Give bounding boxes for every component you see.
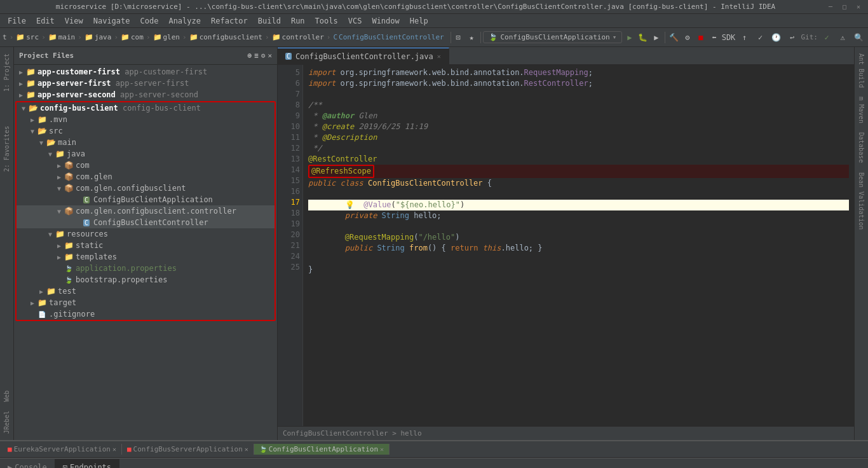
tree-item-com-glen-configbusclient[interactable]: ▼ 📦 com.glen.configbusclient xyxy=(17,182,275,194)
tree-item-target[interactable]: ▶ 📁 target xyxy=(17,297,275,308)
breadcrumb-src[interactable]: t xyxy=(3,33,7,41)
tree-arrow[interactable]: ▶ xyxy=(55,162,64,169)
tree-item-app-server-first[interactable]: ▶ 📁 app-server-first app-server-first xyxy=(14,78,277,89)
tree-item-com-glen[interactable]: ▶ 📦 com.glen xyxy=(17,171,275,182)
run-tab-server-close[interactable]: ✕ xyxy=(245,446,248,453)
menu-analyze[interactable]: Analyze xyxy=(163,15,206,27)
build-project-button[interactable]: 🔨 xyxy=(668,31,680,45)
tab-close-button[interactable]: ✕ xyxy=(437,53,441,60)
menu-navigate[interactable]: Navigate xyxy=(88,15,135,27)
tree-item-configbusclientapplication[interactable]: C ConfigBusClientApplication xyxy=(17,194,275,205)
tree-arrow[interactable]: ▶ xyxy=(28,116,37,123)
menu-refactor[interactable]: Refactor xyxy=(206,15,253,27)
tree-arrow[interactable]: ▼ xyxy=(37,139,46,146)
run-config-selector[interactable]: 🍃 ConfigBusClientApplication ▾ xyxy=(483,31,622,43)
minimize-button[interactable]: ─ xyxy=(826,3,835,11)
left-tab-jrebel[interactable]: JRebel xyxy=(1,407,12,437)
left-tab-web[interactable]: Web xyxy=(1,387,12,406)
tree-item-mvn[interactable]: ▶ 📁 .mvn xyxy=(17,114,275,125)
breadcrumb-src-label[interactable]: src xyxy=(26,33,39,41)
tree-arrow[interactable]: ▶ xyxy=(28,299,37,306)
tree-item-config-bus-client[interactable]: ▼ 📂 config-bus-client config-bus-client xyxy=(17,102,275,114)
editor-tab-main[interactable]: C ConfigBusClientController.java ✕ xyxy=(278,48,449,64)
right-tab-maven[interactable]: m Maven xyxy=(856,93,867,127)
tree-item-application-properties[interactable]: 🍃 application.properties xyxy=(17,263,275,274)
run-tab-client-close[interactable]: ✕ xyxy=(380,446,384,453)
menu-edit[interactable]: Edit xyxy=(31,15,60,27)
tree-item-static[interactable]: ▶ 📁 static xyxy=(17,240,275,251)
tree-item-src[interactable]: ▼ 📂 src xyxy=(17,125,275,137)
breadcrumb-com[interactable]: com xyxy=(131,33,144,41)
debug-button[interactable]: 🐛 xyxy=(637,31,649,45)
tree-arrow[interactable]: ▶ xyxy=(17,80,25,87)
maximize-button[interactable]: □ xyxy=(840,3,849,11)
tree-item-java[interactable]: ▼ 📁 java xyxy=(17,148,275,160)
tree-arrow[interactable]: ▼ xyxy=(46,151,55,158)
toolbar-bookmark[interactable]: ★ xyxy=(466,31,478,45)
bottom-close-button[interactable]: ✕ xyxy=(855,465,865,468)
search-everywhere[interactable]: 🔍 xyxy=(851,31,865,45)
coverage-button[interactable]: ▶ xyxy=(650,31,662,45)
close-sidebar-button[interactable]: ✕ xyxy=(268,52,272,60)
right-tab-ant-build[interactable]: Ant Build xyxy=(856,50,867,92)
tree-item-app-server-second[interactable]: ▶ 📁 app-server-second app-server-second xyxy=(14,89,277,100)
resume-button[interactable]: ⬅ xyxy=(708,31,720,45)
undo-button[interactable]: ↩ xyxy=(785,31,799,45)
bottom-tab-console[interactable]: ▶ Console xyxy=(0,459,55,468)
run-tab-eureka-close[interactable]: ✕ xyxy=(112,446,116,453)
bottom-tab-endpoints[interactable]: ⊡ Endpoints xyxy=(55,459,119,468)
tree-item-gitignore[interactable]: 📄 .gitignore xyxy=(17,308,275,320)
tree-item-main[interactable]: ▼ 📂 main xyxy=(17,137,275,148)
menu-code[interactable]: Code xyxy=(135,15,164,27)
collapse-button[interactable]: ≡ xyxy=(254,52,259,60)
tree-item-controller-package[interactable]: ▼ 📦 com.glen.configbusclient.controller xyxy=(17,205,275,217)
tree-arrow[interactable]: ▶ xyxy=(55,242,64,249)
vcs-update[interactable]: ↑ xyxy=(738,31,752,45)
settings-button[interactable]: ⚙ xyxy=(681,31,693,45)
menu-build[interactable]: Build xyxy=(253,15,286,27)
breadcrumb-glen[interactable]: glen xyxy=(163,33,180,41)
tree-arrow[interactable]: ▼ xyxy=(55,185,64,192)
tree-arrow[interactable]: ▼ xyxy=(46,231,55,238)
run-tab-eureka[interactable]: ■ EurekaServerApplication ✕ xyxy=(3,444,122,455)
sdk-button[interactable]: SDK xyxy=(722,31,736,45)
tree-arrow[interactable]: ▶ xyxy=(17,92,25,99)
breadcrumb-java[interactable]: java xyxy=(95,33,112,41)
history-button[interactable]: 🕐 xyxy=(770,31,783,45)
code-editor[interactable]: import org.springframework.web.bind.anno… xyxy=(303,65,854,426)
menu-file[interactable]: File xyxy=(3,15,31,27)
run-tab-configbus-client[interactable]: 🍃 ConfigBusClientApplication ✕ xyxy=(254,444,390,455)
git-check[interactable]: ✓ xyxy=(820,31,834,45)
tree-arrow[interactable]: ▶ xyxy=(55,254,64,261)
tree-arrow[interactable]: ▼ xyxy=(19,105,28,112)
menu-tools[interactable]: Tools xyxy=(310,15,343,27)
left-tab-project[interactable]: 1: Project xyxy=(1,50,12,95)
run-button[interactable]: ▶ xyxy=(623,31,635,45)
close-button[interactable]: ✕ xyxy=(854,3,863,11)
tree-item-resources[interactable]: ▼ 📁 resources xyxy=(17,228,275,240)
menu-vcs[interactable]: VCS xyxy=(343,15,367,27)
breadcrumb-file[interactable]: ConfigBusClientController xyxy=(339,33,444,41)
tree-arrow[interactable]: ▶ xyxy=(17,69,25,76)
left-tab-favorites[interactable]: 2: Favorites xyxy=(1,122,12,176)
tree-item-templates[interactable]: ▶ 📁 templates xyxy=(17,251,275,263)
right-tab-database[interactable]: Database xyxy=(856,128,867,167)
breadcrumb-main[interactable]: main xyxy=(58,33,76,41)
breadcrumb-configbusclient[interactable]: configbusclient xyxy=(200,33,262,41)
tree-item-bootstrap-properties[interactable]: 🍃 bootstrap.properties xyxy=(17,274,275,286)
run-tab-configbus-server[interactable]: ■ ConfigBusServerApplication ✕ xyxy=(122,444,254,455)
tree-item-app-customer-first[interactable]: ▶ 📁 app-customer-first app-customer-firs… xyxy=(14,66,277,78)
bottom-settings-button[interactable]: ⚙ xyxy=(843,465,853,468)
vcs-commit[interactable]: ✓ xyxy=(754,31,768,45)
tree-item-configbusclientcontroller[interactable]: C ConfigBusClientController xyxy=(17,217,275,228)
tree-arrow[interactable]: ▶ xyxy=(55,174,64,181)
tree-item-test[interactable]: ▶ 📁 test xyxy=(17,286,275,297)
menu-run[interactable]: Run xyxy=(286,15,310,27)
tree-item-com[interactable]: ▶ 📦 com xyxy=(17,160,275,171)
menu-view[interactable]: View xyxy=(60,15,88,27)
git-warning[interactable]: ⚠ xyxy=(836,31,850,45)
toolbar-open-editor[interactable]: ⊡ xyxy=(452,31,465,45)
tree-arrow[interactable]: ▶ xyxy=(37,288,46,295)
menu-window[interactable]: Window xyxy=(367,15,404,27)
add-button[interactable]: ⊕ xyxy=(248,52,252,60)
